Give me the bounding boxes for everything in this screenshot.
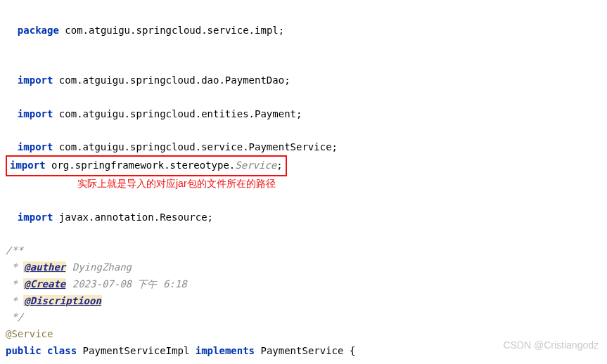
keyword-import: import <box>18 141 53 152</box>
annotation-text: @Service <box>6 328 53 339</box>
doc-tag-description: @Discriptioon <box>23 295 102 306</box>
watermark-text: CSDN @Cristiangodz <box>503 337 599 354</box>
blank-line <box>0 360 607 364</box>
keyword-package: package <box>18 25 59 36</box>
import-path: com.atguigu.springcloud.entities.Payment… <box>53 108 302 119</box>
interface-name: PaymentService { <box>255 345 355 356</box>
keyword-class: class <box>47 345 77 356</box>
blank-line <box>0 226 607 242</box>
comment-star: * <box>6 295 23 306</box>
user-annotation-text: 实际上就是导入的对应jar包的文件所在的路径 <box>0 176 607 193</box>
doc-tag-auther: @auther <box>23 261 66 273</box>
keyword-implements: implements <box>196 345 255 356</box>
code-line-import-5: import javax.annotation.Resource; <box>0 193 607 226</box>
doc-create-value: 2023-07-08 下午 6:18 <box>66 278 186 290</box>
doc-tag-create: @Create <box>23 278 66 290</box>
code-line-import-2: import com.atguigu.springcloud.entities.… <box>0 89 607 123</box>
comment-close: */ <box>6 311 23 323</box>
comment-open: /** <box>6 245 23 256</box>
keyword-import: import <box>10 160 46 171</box>
code-line-package: package com.atguigu.springcloud.service.… <box>0 6 607 39</box>
keyword-import: import <box>18 212 53 223</box>
import-class: Service <box>235 160 276 171</box>
javadoc-author: * @auther DyingZhang <box>0 259 607 276</box>
import-path: com.atguigu.springcloud.service.PaymentS… <box>53 141 338 152</box>
import-path: com.atguigu.springcloud.dao.PaymentDao; <box>53 74 290 86</box>
code-line-import-3: import com.atguigu.springcloud.service.P… <box>0 123 607 157</box>
highlight-box: import org.springframework.stereotype.Se… <box>6 155 287 176</box>
javadoc-create: * @Create 2023-07-08 下午 6:18 <box>0 276 607 293</box>
class-name: PaymentServiceImpl <box>77 345 196 356</box>
semicolon: ; <box>276 160 282 171</box>
doc-author-value: DyingZhang <box>66 261 132 273</box>
keyword-import: import <box>18 108 53 119</box>
keyword-import: import <box>18 74 53 86</box>
package-path: com.atguigu.springcloud.service.impl; <box>59 25 284 36</box>
keyword-public: public <box>6 345 41 356</box>
javadoc-description: * @Discriptioon <box>0 293 607 310</box>
code-line-import-4-highlighted: import org.springframework.stereotype.Se… <box>0 156 607 176</box>
comment-star: * <box>6 261 23 273</box>
import-path: javax.annotation.Resource; <box>53 212 213 223</box>
javadoc-close: */ <box>0 309 607 326</box>
comment-star: * <box>6 278 23 290</box>
code-line-import-1: import com.atguigu.springcloud.dao.Payme… <box>0 56 607 89</box>
javadoc-open: /** <box>0 242 607 259</box>
blank-line <box>0 39 607 56</box>
import-path: org.springframework.stereotype. <box>46 160 236 171</box>
